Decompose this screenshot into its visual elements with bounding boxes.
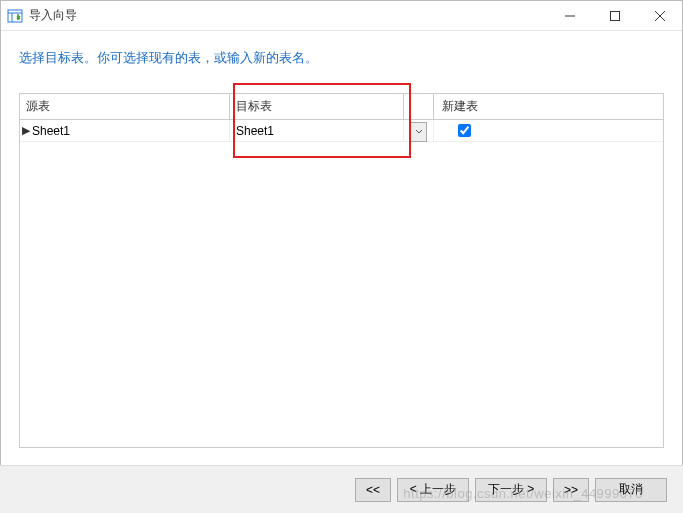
header-target: 目标表 xyxy=(230,94,404,119)
new-table-checkbox[interactable] xyxy=(458,124,471,137)
minimize-button[interactable] xyxy=(547,1,592,31)
target-input[interactable] xyxy=(236,124,397,138)
app-icon xyxy=(7,8,23,24)
header-source: 源表 xyxy=(20,94,230,119)
titlebar: 导入向导 xyxy=(1,1,682,31)
header-spacer xyxy=(404,94,434,119)
window-controls xyxy=(547,1,682,30)
source-value: Sheet1 xyxy=(32,124,70,138)
target-dropdown-button[interactable] xyxy=(410,122,427,142)
window-title: 导入向导 xyxy=(29,7,547,24)
table-grid: 源表 目标表 新建表 ▶ Sheet1 xyxy=(19,93,664,448)
last-button[interactable]: >> xyxy=(553,478,589,502)
footer-bar: << < 上一步 下一步 > >> 取消 https://blog.csdn.n… xyxy=(0,465,683,513)
cancel-button[interactable]: 取消 xyxy=(595,478,667,502)
cell-source: ▶ Sheet1 xyxy=(20,120,230,141)
content-area: 源表 目标表 新建表 ▶ Sheet1 xyxy=(1,79,682,448)
svg-rect-4 xyxy=(610,12,619,21)
instruction-text: 选择目标表。你可选择现有的表，或输入新的表名。 xyxy=(1,31,682,79)
close-button[interactable] xyxy=(637,1,682,31)
header-new: 新建表 xyxy=(434,94,494,119)
maximize-button[interactable] xyxy=(592,1,637,31)
next-button[interactable]: 下一步 > xyxy=(475,478,547,502)
row-marker-icon: ▶ xyxy=(22,124,30,137)
cell-new xyxy=(434,120,494,141)
first-button[interactable]: << xyxy=(355,478,391,502)
cell-dropdown xyxy=(404,120,434,141)
chevron-down-icon xyxy=(415,129,423,135)
prev-button[interactable]: < 上一步 xyxy=(397,478,469,502)
cell-target[interactable] xyxy=(230,120,404,141)
table-row[interactable]: ▶ Sheet1 xyxy=(20,120,663,142)
grid-header-row: 源表 目标表 新建表 xyxy=(20,94,663,120)
